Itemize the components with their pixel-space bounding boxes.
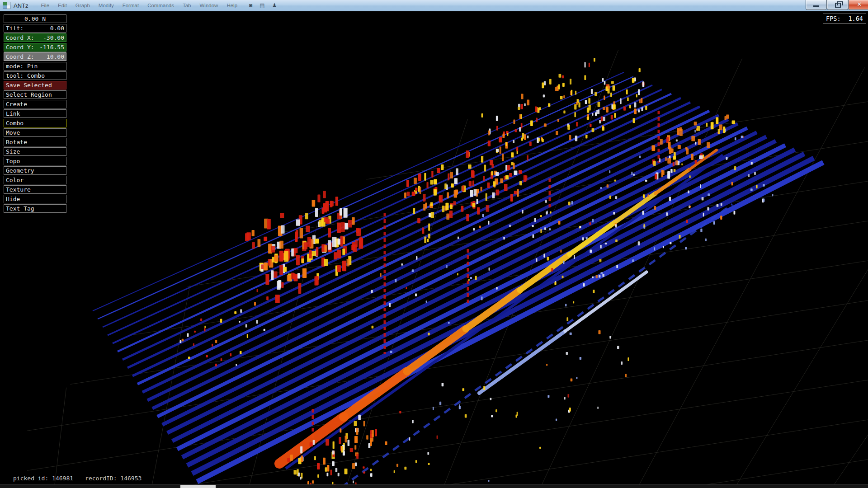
menu-modify[interactable]: Modify: [99, 3, 114, 8]
tilt-readout: Tilt:0.00: [4, 24, 66, 33]
taskbar-segment[interactable]: [180, 485, 216, 488]
n-counter-readout-value: 0.00 N: [24, 15, 46, 22]
close-icon: ✕: [849, 1, 868, 8]
toolbar-icon-2[interactable]: ▤: [259, 2, 264, 9]
coord-y-readout: Coord Y:-116.55: [4, 43, 66, 52]
text-tag-button-label: Text Tag: [6, 205, 34, 212]
save-selected-button-label: Save Selected: [6, 82, 52, 89]
hide-button-label: Hide: [6, 196, 20, 202]
mode-toggle-label: mode: Pin: [6, 63, 38, 70]
toolbar-icons: ◙▤♟: [249, 2, 277, 9]
move-button-label: Move: [6, 129, 20, 136]
select-region-button-label: Select Region: [6, 91, 52, 98]
link-button[interactable]: Link: [4, 109, 66, 118]
menu-help[interactable]: Help: [226, 3, 237, 8]
combo-button[interactable]: Combo: [4, 119, 66, 127]
link-button-label: Link: [6, 110, 20, 117]
coord-z-readout-label: Coord Z:: [6, 53, 34, 60]
window-title: ANTz: [14, 2, 28, 9]
antz-app-icon: [3, 2, 10, 9]
fps-value: 1.64: [848, 15, 863, 22]
minimize-button[interactable]: [806, 0, 827, 10]
coord-z-readout: Coord Z:10.00: [4, 52, 66, 61]
topo-button-label: Topo: [6, 158, 20, 164]
fps-counter: FPS: 1.64: [823, 14, 866, 23]
taskbar-strip: [0, 484, 868, 488]
tilt-readout-label: Tilt:: [6, 25, 24, 32]
mode-toggle[interactable]: mode: Pin: [4, 62, 66, 70]
topo-button[interactable]: Topo: [4, 157, 66, 165]
color-button-label: Color: [6, 177, 24, 183]
coord-x-readout: Coord X:-30.00: [4, 33, 66, 42]
minimize-icon: [813, 5, 819, 7]
picked-status-line: picked id: 146981recordID: 146953: [13, 475, 142, 482]
3d-scene-viewport[interactable]: [0, 0, 868, 488]
fps-label: FPS:: [826, 15, 841, 22]
titlebar: ANTz FileEditGraphModifyFormatCommandsTa…: [0, 0, 868, 11]
toolbar-icon-3[interactable]: ♟: [272, 2, 277, 9]
coord-z-readout-value: 10.00: [47, 53, 64, 60]
sidebar-panel: 0.00 NTilt:0.00Coord X:-30.00Coord Y:-11…: [4, 14, 66, 214]
menu-commands[interactable]: Commands: [147, 3, 174, 8]
move-button[interactable]: Move: [4, 128, 66, 137]
create-button-label: Create: [6, 101, 27, 108]
tool-toggle-label: tool: Combo: [6, 72, 45, 79]
n-counter-readout: 0.00 N: [4, 14, 66, 23]
texture-button[interactable]: Texture: [4, 185, 66, 194]
picked-id: picked id: 146981: [13, 475, 73, 482]
coord-y-readout-value: -116.55: [39, 44, 64, 51]
geometry-button-label: Geometry: [6, 167, 34, 174]
menu-file[interactable]: File: [41, 3, 50, 8]
menu-tab[interactable]: Tab: [183, 3, 191, 8]
antz-window: ANTz FileEditGraphModifyFormatCommandsTa…: [0, 0, 868, 488]
size-button-label: Size: [6, 148, 20, 155]
rotate-button-label: Rotate: [6, 139, 27, 145]
tool-toggle[interactable]: tool: Combo: [4, 71, 66, 80]
save-selected-button[interactable]: Save Selected: [4, 81, 66, 89]
geometry-button[interactable]: Geometry: [4, 166, 66, 175]
close-button[interactable]: ✕: [848, 0, 868, 10]
size-button[interactable]: Size: [4, 147, 66, 156]
text-tag-button[interactable]: Text Tag: [4, 204, 66, 213]
menu-graph[interactable]: Graph: [75, 3, 90, 8]
restore-button[interactable]: [827, 0, 848, 10]
coord-y-readout-label: Coord Y:: [6, 44, 34, 51]
toolbar-icon-1[interactable]: ◙: [249, 2, 252, 9]
combo-button-label: Combo: [6, 120, 24, 127]
rotate-button[interactable]: Rotate: [4, 138, 66, 146]
color-button[interactable]: Color: [4, 176, 66, 184]
restore-icon: [835, 3, 841, 8]
tilt-readout-value: 0.00: [50, 25, 64, 32]
record-id: recordID: 146953: [85, 475, 142, 482]
create-button[interactable]: Create: [4, 100, 66, 108]
select-region-button[interactable]: Select Region: [4, 90, 66, 99]
menu-format[interactable]: Format: [123, 3, 139, 8]
status-readout: picked id: 146981recordID: 146953 Clear …: [13, 460, 142, 488]
window-controls: ✕: [806, 0, 868, 10]
menu-edit[interactable]: Edit: [58, 3, 67, 8]
coord-x-readout-label: Coord X:: [6, 34, 34, 41]
texture-button-label: Texture: [6, 186, 31, 193]
menu-window[interactable]: Window: [199, 3, 218, 8]
coord-x-readout-value: -30.00: [43, 34, 64, 41]
menubar: FileEditGraphModifyFormatCommandsTabWind…: [41, 3, 238, 8]
hide-button[interactable]: Hide: [4, 195, 66, 203]
